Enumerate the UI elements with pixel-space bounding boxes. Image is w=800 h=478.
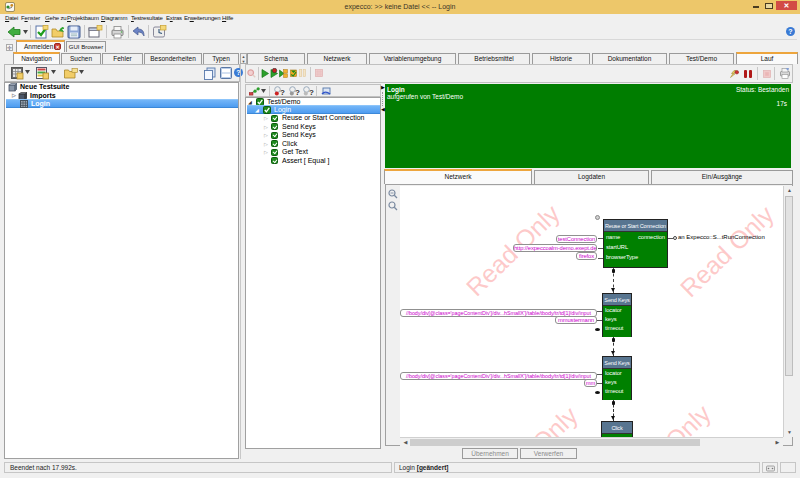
svg-text:?: ? (295, 88, 300, 96)
svg-text:?: ? (309, 88, 314, 96)
svg-text:?: ? (280, 88, 285, 96)
